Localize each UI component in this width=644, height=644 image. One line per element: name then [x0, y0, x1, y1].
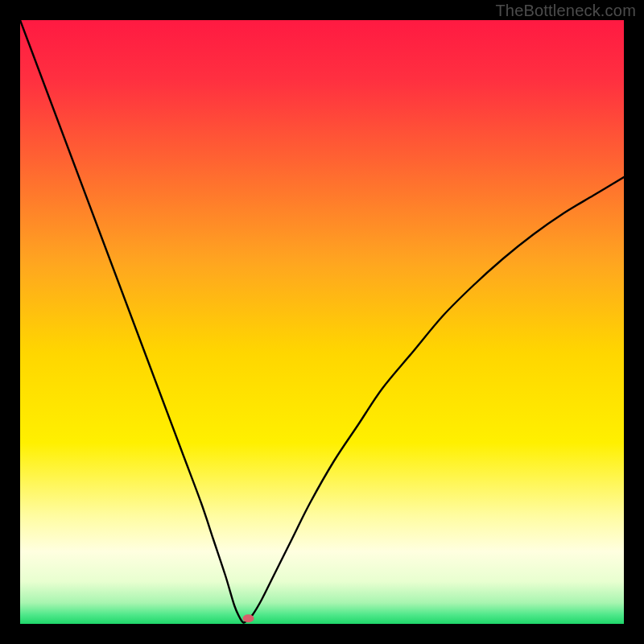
watermark-text: TheBottleneck.com	[495, 2, 636, 20]
chart-svg	[20, 20, 624, 624]
curve-minimum-marker	[243, 614, 254, 622]
plot-area	[20, 20, 624, 624]
gradient-background	[20, 20, 624, 624]
chart-frame: TheBottleneck.com	[0, 0, 644, 644]
